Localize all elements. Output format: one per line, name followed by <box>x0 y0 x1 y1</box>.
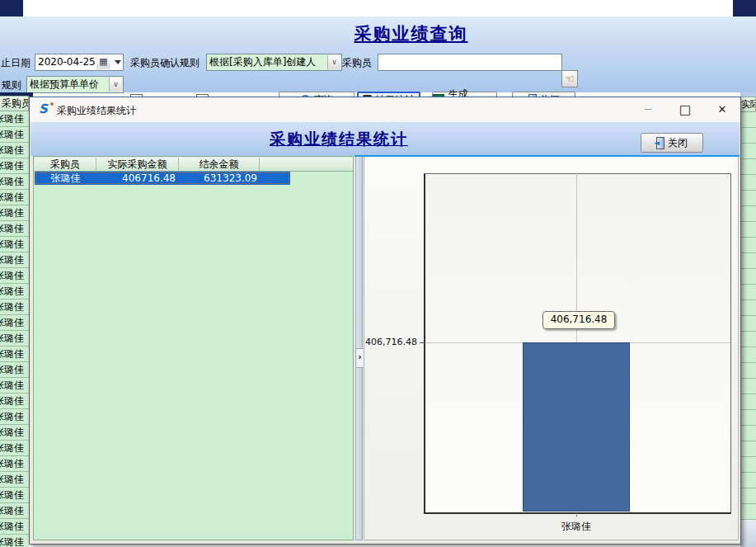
background-grid-right: 实际采购金额 <box>740 97 756 520</box>
page-title: 采购业绩查询 <box>66 22 756 45</box>
y-axis-tick <box>420 342 425 343</box>
list-item[interactable]: 张璐佳 <box>0 456 29 472</box>
cell-buyer: 张璐佳 <box>35 172 96 185</box>
corner-decoration-left <box>0 0 23 17</box>
right-rows <box>740 112 756 520</box>
list-item[interactable]: 张璐佳 <box>0 237 29 252</box>
maximize-button[interactable]: □ <box>678 101 693 118</box>
chart-panel-accent-border <box>355 155 740 157</box>
dialog-header-band: 采购业绩结果统计 关闭 <box>31 122 740 156</box>
list-item <box>740 316 756 332</box>
list-item <box>740 394 756 410</box>
list-item <box>740 488 756 504</box>
main-toolbar-area: 采购业绩查询 止日期 2020-04-25 ▦ 采购员确认规则 根据[采购入库单… <box>0 17 756 92</box>
dialog-titlebar[interactable]: S 采购业绩结果统计 ─ □ ✕ <box>30 97 740 122</box>
list-item <box>740 144 756 159</box>
dialog-close-button-label: 关闭 <box>668 136 688 150</box>
panel-splitter[interactable]: › <box>355 156 363 540</box>
list-item[interactable]: 张璐佳 <box>0 174 29 190</box>
list-item[interactable]: 张璐佳 <box>0 347 29 362</box>
list-item <box>740 159 756 175</box>
column-header-actual-amount: 实际采购金额 <box>740 97 756 112</box>
list-item <box>740 128 756 144</box>
price-rule-label: 规则 <box>2 78 21 92</box>
end-date-label: 止日期 <box>1 56 31 69</box>
list-item <box>740 410 756 426</box>
list-item[interactable]: 张璐佳 <box>0 315 29 331</box>
list-item <box>740 253 756 269</box>
buyer-picker-button[interactable]: ☜ <box>561 70 578 87</box>
chevron-down-icon[interactable]: ∨ <box>327 55 340 69</box>
list-item[interactable]: 张璐佳 <box>0 409 29 425</box>
list-item[interactable]: 张璐佳 <box>0 111 29 127</box>
left-rows: 张璐佳张璐佳张璐佳张璐佳张璐佳张璐佳张璐佳张璐佳张璐佳张璐佳张璐佳张璐佳张璐佳张… <box>0 111 29 547</box>
date-dropdown-arrow-icon[interactable] <box>115 60 121 68</box>
calendar-icon[interactable]: ▦ <box>96 55 110 69</box>
chart-bar[interactable] <box>523 342 630 512</box>
dialog-close-button[interactable]: 关闭 <box>641 133 703 153</box>
list-item <box>740 332 756 347</box>
list-item <box>740 504 756 520</box>
cell-balance: 631323.09 <box>179 172 260 185</box>
table-header-balance[interactable]: 结余金额 <box>179 158 260 172</box>
top-margin <box>0 0 756 17</box>
stats-dialog: S 采购业绩结果统计 ─ □ ✕ 采购业绩结果统计 关闭 采购员 实际采购金额 … <box>29 97 741 545</box>
app-logo-icon: S <box>39 102 52 116</box>
x-axis-tick <box>576 513 577 517</box>
close-button[interactable]: ✕ <box>714 101 730 118</box>
list-item[interactable]: 张璐佳 <box>0 425 29 441</box>
list-item <box>740 363 756 379</box>
end-date-input[interactable]: 2020-04-25 ▦ <box>35 54 124 71</box>
list-item <box>740 426 756 441</box>
list-item[interactable]: 张璐佳 <box>0 394 29 409</box>
chevron-down-icon[interactable]: ∨ <box>109 78 122 92</box>
background-window-edge <box>740 520 756 547</box>
list-item <box>740 222 756 238</box>
list-item[interactable]: 张璐佳 <box>0 268 29 284</box>
list-item <box>740 441 756 457</box>
background-grid-left: 采购员 张璐佳张璐佳张璐佳张璐佳张璐佳张璐佳张璐佳张璐佳张璐佳张璐佳张璐佳张璐佳… <box>0 96 29 547</box>
list-item <box>740 238 756 253</box>
exit-door-icon <box>656 137 664 149</box>
list-item[interactable]: 张璐佳 <box>0 299 29 315</box>
list-item[interactable]: 张璐佳 <box>0 503 29 519</box>
list-item <box>740 473 756 488</box>
hand-pointer-icon: ☜ <box>565 73 575 85</box>
list-item <box>740 300 756 316</box>
table-row[interactable]: 张璐佳 406716.48 631323.09 <box>35 172 290 185</box>
list-item <box>740 379 756 394</box>
minimize-button[interactable]: ─ <box>641 101 655 118</box>
dialog-title: 采购业绩结果统计 <box>57 104 136 118</box>
column-header-buyer: 采购员 <box>0 96 29 111</box>
list-item[interactable]: 张璐佳 <box>0 252 29 268</box>
buyer-input[interactable] <box>378 54 562 71</box>
list-item[interactable]: 张璐佳 <box>0 362 29 378</box>
list-item <box>740 191 756 206</box>
table-header-filler <box>260 158 353 172</box>
confirm-rule-label: 采购员确认规则 <box>130 56 200 69</box>
list-item[interactable]: 张璐佳 <box>0 331 29 347</box>
x-axis-category-label: 张璐佳 <box>527 520 626 534</box>
list-item[interactable]: 张璐佳 <box>0 472 29 488</box>
list-item <box>740 347 756 363</box>
list-item[interactable]: 张璐佳 <box>0 441 29 456</box>
list-item[interactable]: 张璐佳 <box>0 535 29 547</box>
list-item[interactable]: 张璐佳 <box>0 221 29 237</box>
list-item[interactable]: 张璐佳 <box>0 127 29 143</box>
list-item[interactable]: 张璐佳 <box>0 284 29 299</box>
table-header-actual-amount[interactable]: 实际采购金额 <box>96 158 179 172</box>
table-header-buyer[interactable]: 采购员 <box>35 158 96 172</box>
list-item[interactable]: 张璐佳 <box>0 378 29 394</box>
end-date-value: 2020-04-25 <box>38 56 96 68</box>
list-item[interactable]: 张璐佳 <box>0 205 29 221</box>
cell-actual-amount: 406716.48 <box>96 172 179 185</box>
confirm-rule-select[interactable]: 根据[采购入库单]创建人 ∨ <box>206 54 342 71</box>
list-item[interactable]: 张璐佳 <box>0 158 29 174</box>
list-item[interactable]: 张璐佳 <box>0 143 29 158</box>
list-item <box>740 457 756 473</box>
list-item[interactable]: 张璐佳 <box>0 488 29 503</box>
price-rule-select[interactable]: 根据预算单单价 ∨ <box>26 76 124 93</box>
list-item[interactable]: 张璐佳 <box>0 190 29 205</box>
list-item[interactable]: 张璐佳 <box>0 519 29 535</box>
bar-chart-panel: 406,716.48 406,716.48 张璐佳 <box>364 156 739 540</box>
